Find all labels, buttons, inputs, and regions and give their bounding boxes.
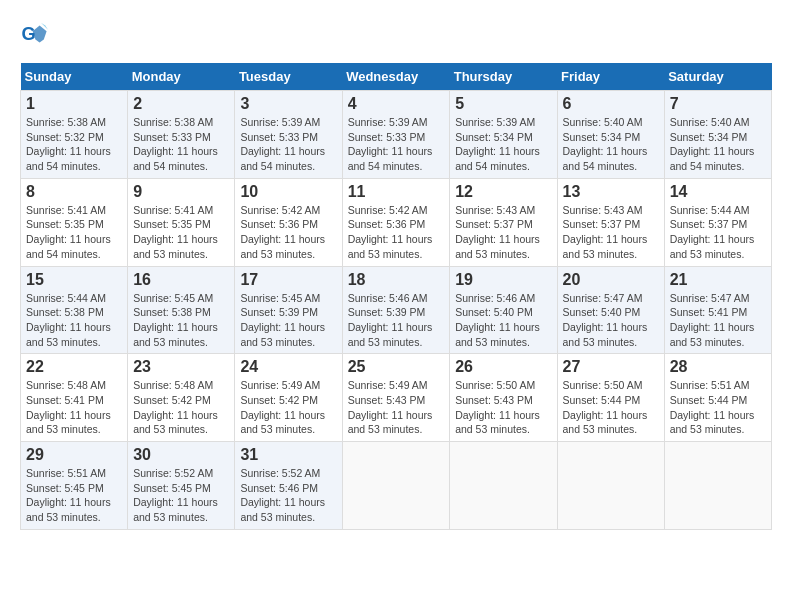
calendar-cell: 20 Sunrise: 5:47 AM Sunset: 5:40 PM Dayl…: [557, 266, 664, 354]
col-header-tuesday: Tuesday: [235, 63, 342, 91]
day-number: 6: [563, 95, 659, 113]
calendar-cell: 11 Sunrise: 5:42 AM Sunset: 5:36 PM Dayl…: [342, 178, 450, 266]
calendar-cell: 12 Sunrise: 5:43 AM Sunset: 5:37 PM Dayl…: [450, 178, 557, 266]
calendar-cell: 21 Sunrise: 5:47 AM Sunset: 5:41 PM Dayl…: [664, 266, 771, 354]
calendar-week-row: 8 Sunrise: 5:41 AM Sunset: 5:35 PM Dayli…: [21, 178, 772, 266]
calendar-cell: 25 Sunrise: 5:49 AM Sunset: 5:43 PM Dayl…: [342, 354, 450, 442]
day-info: Sunrise: 5:45 AM Sunset: 5:38 PM Dayligh…: [133, 291, 229, 350]
calendar-cell: 7 Sunrise: 5:40 AM Sunset: 5:34 PM Dayli…: [664, 91, 771, 179]
calendar-week-row: 29 Sunrise: 5:51 AM Sunset: 5:45 PM Dayl…: [21, 442, 772, 530]
day-info: Sunrise: 5:52 AM Sunset: 5:46 PM Dayligh…: [240, 466, 336, 525]
col-header-friday: Friday: [557, 63, 664, 91]
calendar-week-row: 22 Sunrise: 5:48 AM Sunset: 5:41 PM Dayl…: [21, 354, 772, 442]
calendar-cell: 30 Sunrise: 5:52 AM Sunset: 5:45 PM Dayl…: [128, 442, 235, 530]
calendar-header-row: SundayMondayTuesdayWednesdayThursdayFrid…: [21, 63, 772, 91]
calendar-cell: [450, 442, 557, 530]
day-info: Sunrise: 5:52 AM Sunset: 5:45 PM Dayligh…: [133, 466, 229, 525]
calendar-cell: 29 Sunrise: 5:51 AM Sunset: 5:45 PM Dayl…: [21, 442, 128, 530]
day-info: Sunrise: 5:51 AM Sunset: 5:44 PM Dayligh…: [670, 378, 766, 437]
calendar-cell: [664, 442, 771, 530]
day-number: 8: [26, 183, 122, 201]
day-number: 17: [240, 271, 336, 289]
day-info: Sunrise: 5:39 AM Sunset: 5:33 PM Dayligh…: [348, 115, 445, 174]
calendar-cell: 15 Sunrise: 5:44 AM Sunset: 5:38 PM Dayl…: [21, 266, 128, 354]
day-number: 20: [563, 271, 659, 289]
calendar-cell: [342, 442, 450, 530]
calendar-cell: 22 Sunrise: 5:48 AM Sunset: 5:41 PM Dayl…: [21, 354, 128, 442]
calendar-cell: 9 Sunrise: 5:41 AM Sunset: 5:35 PM Dayli…: [128, 178, 235, 266]
day-info: Sunrise: 5:39 AM Sunset: 5:33 PM Dayligh…: [240, 115, 336, 174]
day-number: 22: [26, 358, 122, 376]
calendar-cell: [557, 442, 664, 530]
day-info: Sunrise: 5:48 AM Sunset: 5:41 PM Dayligh…: [26, 378, 122, 437]
day-info: Sunrise: 5:49 AM Sunset: 5:43 PM Dayligh…: [348, 378, 445, 437]
col-header-thursday: Thursday: [450, 63, 557, 91]
day-info: Sunrise: 5:44 AM Sunset: 5:37 PM Dayligh…: [670, 203, 766, 262]
col-header-wednesday: Wednesday: [342, 63, 450, 91]
day-info: Sunrise: 5:40 AM Sunset: 5:34 PM Dayligh…: [670, 115, 766, 174]
day-number: 23: [133, 358, 229, 376]
calendar-cell: 24 Sunrise: 5:49 AM Sunset: 5:42 PM Dayl…: [235, 354, 342, 442]
calendar-cell: 27 Sunrise: 5:50 AM Sunset: 5:44 PM Dayl…: [557, 354, 664, 442]
day-number: 5: [455, 95, 551, 113]
day-info: Sunrise: 5:45 AM Sunset: 5:39 PM Dayligh…: [240, 291, 336, 350]
day-info: Sunrise: 5:50 AM Sunset: 5:44 PM Dayligh…: [563, 378, 659, 437]
calendar-cell: 31 Sunrise: 5:52 AM Sunset: 5:46 PM Dayl…: [235, 442, 342, 530]
day-info: Sunrise: 5:44 AM Sunset: 5:38 PM Dayligh…: [26, 291, 122, 350]
day-number: 19: [455, 271, 551, 289]
calendar-cell: 1 Sunrise: 5:38 AM Sunset: 5:32 PM Dayli…: [21, 91, 128, 179]
day-info: Sunrise: 5:41 AM Sunset: 5:35 PM Dayligh…: [26, 203, 122, 262]
day-number: 21: [670, 271, 766, 289]
day-number: 27: [563, 358, 659, 376]
day-info: Sunrise: 5:46 AM Sunset: 5:39 PM Dayligh…: [348, 291, 445, 350]
day-number: 29: [26, 446, 122, 464]
day-info: Sunrise: 5:39 AM Sunset: 5:34 PM Dayligh…: [455, 115, 551, 174]
day-number: 7: [670, 95, 766, 113]
day-number: 28: [670, 358, 766, 376]
day-number: 9: [133, 183, 229, 201]
calendar-cell: 2 Sunrise: 5:38 AM Sunset: 5:33 PM Dayli…: [128, 91, 235, 179]
day-info: Sunrise: 5:42 AM Sunset: 5:36 PM Dayligh…: [348, 203, 445, 262]
calendar-cell: 26 Sunrise: 5:50 AM Sunset: 5:43 PM Dayl…: [450, 354, 557, 442]
calendar-cell: 18 Sunrise: 5:46 AM Sunset: 5:39 PM Dayl…: [342, 266, 450, 354]
day-info: Sunrise: 5:40 AM Sunset: 5:34 PM Dayligh…: [563, 115, 659, 174]
day-info: Sunrise: 5:38 AM Sunset: 5:33 PM Dayligh…: [133, 115, 229, 174]
calendar-cell: 3 Sunrise: 5:39 AM Sunset: 5:33 PM Dayli…: [235, 91, 342, 179]
day-info: Sunrise: 5:47 AM Sunset: 5:41 PM Dayligh…: [670, 291, 766, 350]
day-info: Sunrise: 5:50 AM Sunset: 5:43 PM Dayligh…: [455, 378, 551, 437]
day-info: Sunrise: 5:48 AM Sunset: 5:42 PM Dayligh…: [133, 378, 229, 437]
day-info: Sunrise: 5:47 AM Sunset: 5:40 PM Dayligh…: [563, 291, 659, 350]
day-info: Sunrise: 5:49 AM Sunset: 5:42 PM Dayligh…: [240, 378, 336, 437]
day-number: 26: [455, 358, 551, 376]
day-number: 25: [348, 358, 445, 376]
calendar-week-row: 1 Sunrise: 5:38 AM Sunset: 5:32 PM Dayli…: [21, 91, 772, 179]
day-info: Sunrise: 5:46 AM Sunset: 5:40 PM Dayligh…: [455, 291, 551, 350]
col-header-monday: Monday: [128, 63, 235, 91]
calendar-table: SundayMondayTuesdayWednesdayThursdayFrid…: [20, 63, 772, 530]
day-number: 18: [348, 271, 445, 289]
calendar-week-row: 15 Sunrise: 5:44 AM Sunset: 5:38 PM Dayl…: [21, 266, 772, 354]
col-header-sunday: Sunday: [21, 63, 128, 91]
day-number: 11: [348, 183, 445, 201]
day-number: 10: [240, 183, 336, 201]
day-info: Sunrise: 5:43 AM Sunset: 5:37 PM Dayligh…: [563, 203, 659, 262]
calendar-cell: 6 Sunrise: 5:40 AM Sunset: 5:34 PM Dayli…: [557, 91, 664, 179]
calendar-cell: 17 Sunrise: 5:45 AM Sunset: 5:39 PM Dayl…: [235, 266, 342, 354]
day-number: 2: [133, 95, 229, 113]
day-number: 16: [133, 271, 229, 289]
calendar-cell: 8 Sunrise: 5:41 AM Sunset: 5:35 PM Dayli…: [21, 178, 128, 266]
day-info: Sunrise: 5:43 AM Sunset: 5:37 PM Dayligh…: [455, 203, 551, 262]
day-number: 14: [670, 183, 766, 201]
day-info: Sunrise: 5:42 AM Sunset: 5:36 PM Dayligh…: [240, 203, 336, 262]
calendar-cell: 5 Sunrise: 5:39 AM Sunset: 5:34 PM Dayli…: [450, 91, 557, 179]
calendar-cell: 19 Sunrise: 5:46 AM Sunset: 5:40 PM Dayl…: [450, 266, 557, 354]
logo-icon: G: [20, 20, 48, 48]
day-info: Sunrise: 5:38 AM Sunset: 5:32 PM Dayligh…: [26, 115, 122, 174]
day-number: 31: [240, 446, 336, 464]
logo: G: [20, 20, 52, 48]
day-number: 13: [563, 183, 659, 201]
calendar-cell: 4 Sunrise: 5:39 AM Sunset: 5:33 PM Dayli…: [342, 91, 450, 179]
day-number: 30: [133, 446, 229, 464]
day-number: 12: [455, 183, 551, 201]
day-info: Sunrise: 5:41 AM Sunset: 5:35 PM Dayligh…: [133, 203, 229, 262]
